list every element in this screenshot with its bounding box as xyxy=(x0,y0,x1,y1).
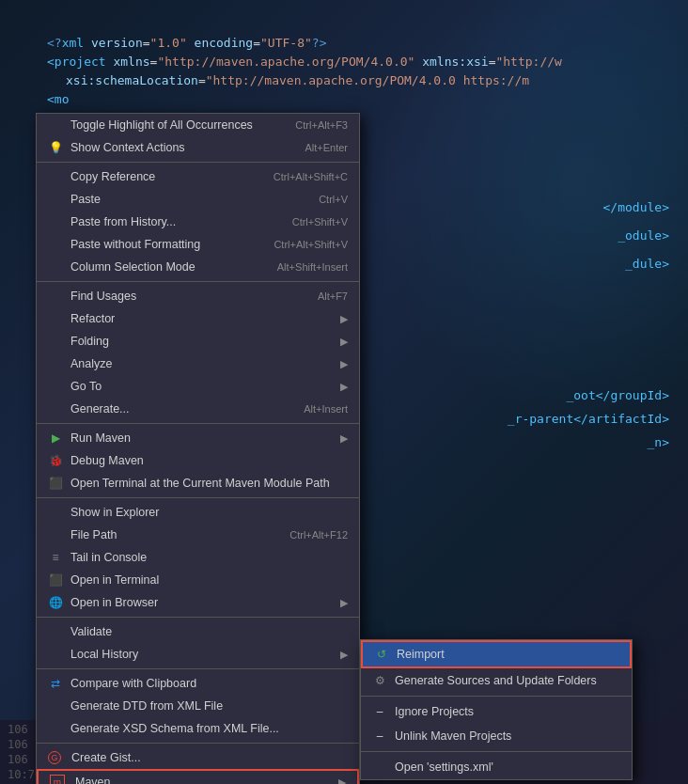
code-line-3: xsi:schemaLocation="http://maven.apache.… xyxy=(0,71,688,90)
toggle-shortcut: Ctrl+Alt+F3 xyxy=(295,119,348,131)
submenu-gen-sources[interactable]: ⚙ Generate Sources and Update Folders xyxy=(361,668,632,693)
analyze-icon xyxy=(48,356,63,371)
run-maven-icon: ▶ xyxy=(48,431,63,446)
analyze-arrow: ▶ xyxy=(340,358,348,370)
local-history-icon xyxy=(48,647,63,662)
run-maven-arrow: ▶ xyxy=(340,432,348,445)
gen-dtd-icon xyxy=(48,698,63,713)
toggle-label: Toggle Highlight of All Occurrences xyxy=(70,118,253,132)
submenu-separator-2 xyxy=(361,751,632,752)
gen-sources-icon: ⚙ xyxy=(372,673,387,688)
line-num-106b: 106 xyxy=(8,738,36,751)
generate-icon xyxy=(48,401,63,416)
submenu-reimport[interactable]: ↺ Reimport xyxy=(361,640,632,668)
menu-item-open-in-terminal[interactable]: ⬛ Open in Terminal xyxy=(37,569,359,591)
toggle-icon xyxy=(48,118,63,133)
menu-item-paste[interactable]: Paste Ctrl+V xyxy=(37,188,359,211)
menu-item-run-maven[interactable]: ▶ Run Maven ▶ xyxy=(37,427,359,449)
goto-icon xyxy=(48,379,63,394)
menu-item-column-mode[interactable]: Column Selection Mode Alt+Shift+Insert xyxy=(37,256,359,278)
paste-icon xyxy=(48,192,63,207)
browser-arrow: ▶ xyxy=(340,597,348,609)
unlink-maven-label: Unlink Maven Projects xyxy=(395,729,511,743)
menu-item-copy-ref[interactable]: Copy Reference Ctrl+Alt+Shift+C xyxy=(37,165,359,188)
ignore-projects-label: Ignore Projects xyxy=(395,705,474,718)
menu-item-paste-noformat[interactable]: Paste without Formatting Ctrl+Alt+Shift+… xyxy=(37,233,359,256)
module-tag-3: _dule> xyxy=(625,257,669,271)
debug-maven-icon: 🐞 xyxy=(48,453,63,468)
module-tag-1: </module> xyxy=(603,200,669,214)
compare-label: Compare with Clipboard xyxy=(70,677,196,690)
menu-item-open-terminal[interactable]: ⬛ Open Terminal at the Current Maven Mod… xyxy=(37,472,359,494)
maven-icon: m xyxy=(50,775,65,784)
lightbulb-icon: 💡 xyxy=(48,140,63,155)
gist-icon: G xyxy=(48,751,61,764)
run-maven-label: Run Maven xyxy=(70,431,131,445)
column-mode-icon xyxy=(48,259,63,274)
validate-icon xyxy=(48,624,63,639)
validate-label: Validate xyxy=(70,625,112,638)
refactor-label: Refactor xyxy=(70,312,115,325)
menu-item-toggle-highlight[interactable]: Toggle Highlight of All Occurrences Ctrl… xyxy=(37,114,359,136)
menu-item-open-browser[interactable]: 🌐 Open in Browser ▶ xyxy=(37,591,359,614)
local-history-arrow: ▶ xyxy=(340,649,348,661)
paste-history-icon xyxy=(48,214,63,229)
line-num-1070: 10:70 xyxy=(8,768,36,781)
maven-label: Maven xyxy=(75,776,111,784)
separator-6 xyxy=(37,668,359,669)
terminal-icon: ⬛ xyxy=(48,476,63,491)
line-num-106c: 106 xyxy=(8,753,36,766)
analyze-label: Analyze xyxy=(70,357,112,370)
menu-item-folding[interactable]: Folding ▶ xyxy=(37,330,359,353)
menu-item-gen-dtd[interactable]: Generate DTD from XML File xyxy=(37,695,359,717)
paste-noformat-label: Paste without Formatting xyxy=(70,238,200,251)
menu-item-show-explorer[interactable]: Show in Explorer xyxy=(37,501,359,524)
goto-arrow: ▶ xyxy=(340,381,348,393)
paste-history-label: Paste from History... xyxy=(70,215,176,228)
menu-item-create-gist[interactable]: G Create Gist... xyxy=(37,746,359,769)
find-usages-icon xyxy=(48,289,63,304)
artifactid-tag: _r-parent</artifactId> xyxy=(508,412,669,426)
file-path-label: File Path xyxy=(70,528,117,541)
menu-item-local-history[interactable]: Local History ▶ xyxy=(37,643,359,666)
open-terminal2-icon: ⬛ xyxy=(48,572,63,588)
submenu-unlink-maven[interactable]: – Unlink Maven Projects xyxy=(361,724,632,748)
copy-ref-icon xyxy=(48,169,63,184)
version-tag: _n> xyxy=(648,435,669,449)
menu-item-validate[interactable]: Validate xyxy=(37,620,359,643)
menu-item-debug-maven[interactable]: 🐞 Debug Maven xyxy=(37,449,359,472)
menu-item-gen-xsd[interactable]: Generate XSD Schema from XML File... xyxy=(37,717,359,740)
unlink-icon: – xyxy=(372,729,387,744)
menu-item-tail[interactable]: ≡ Tail in Console xyxy=(37,546,359,569)
explorer-icon xyxy=(48,505,63,520)
menu-item-find-usages[interactable]: Find Usages Alt+F7 xyxy=(37,285,359,307)
menu-item-paste-history[interactable]: Paste from History... Ctrl+Shift+V xyxy=(37,211,359,233)
submenu-ignore-projects[interactable]: – Ignore Projects xyxy=(361,699,632,724)
menu-item-compare[interactable]: ⇄ Compare with Clipboard xyxy=(37,672,359,695)
context-menu: Toggle Highlight of All Occurrences Ctrl… xyxy=(36,113,360,784)
menu-item-analyze[interactable]: Analyze ▶ xyxy=(37,353,359,375)
menu-item-goto[interactable]: Go To ▶ xyxy=(37,375,359,398)
menu-item-show-context[interactable]: 💡 Show Context Actions Alt+Enter xyxy=(37,136,359,159)
menu-item-refactor[interactable]: Refactor ▶ xyxy=(37,307,359,330)
separator-7 xyxy=(37,743,359,744)
create-gist-label: Create Gist... xyxy=(71,751,141,764)
maven-arrow: ▶ xyxy=(338,776,346,785)
separator-5 xyxy=(37,617,359,618)
submenu-open-settings[interactable]: Open 'settings.xml' xyxy=(361,755,632,779)
groupid-tag: _oot</groupId> xyxy=(566,388,669,402)
gen-xsd-label: Generate XSD Schema from XML File... xyxy=(70,722,279,735)
separator-1 xyxy=(37,162,359,163)
copy-ref-label: Copy Reference xyxy=(70,170,155,183)
local-history-label: Local History xyxy=(70,648,138,661)
line-num-106a: 106 xyxy=(8,723,36,736)
separator-3 xyxy=(37,423,359,424)
open-browser-label: Open in Browser xyxy=(70,596,158,609)
menu-item-maven[interactable]: m Maven ▶ xyxy=(37,769,359,784)
module-tag-2: _odule> xyxy=(618,228,669,243)
menu-item-file-path[interactable]: File Path Ctrl+Alt+F12 xyxy=(37,524,359,546)
show-context-label: Show Context Actions xyxy=(70,141,185,154)
settings-xml-icon xyxy=(372,760,387,775)
debug-maven-label: Debug Maven xyxy=(70,454,144,467)
menu-item-generate[interactable]: Generate... Alt+Insert xyxy=(37,398,359,420)
